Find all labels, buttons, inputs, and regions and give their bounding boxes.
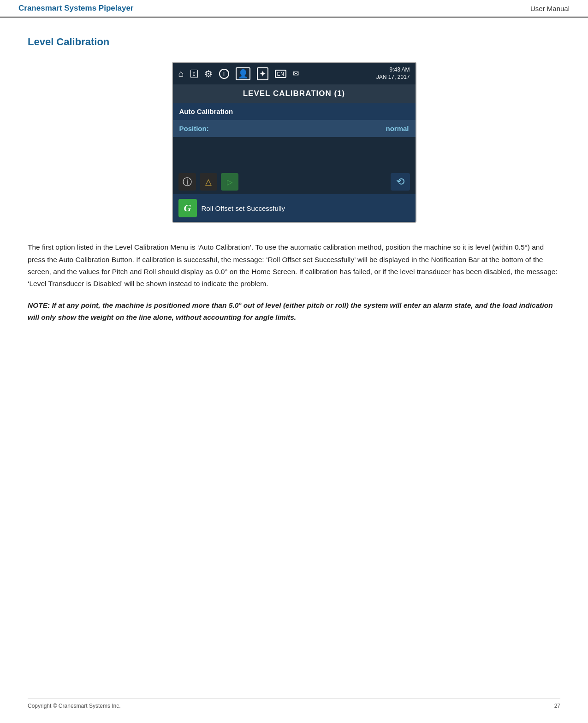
page-content: Level Calibration ⌂ c ⚙ i 👤 ✦ EN ✉ 9:43 … <box>0 18 588 342</box>
signal-icon: ✉ <box>293 69 299 78</box>
footer: Copyright © Cranesmart Systems Inc. 27 <box>28 699 560 709</box>
topbar-icons: ⌂ c ⚙ i 👤 ✦ EN ✉ <box>178 67 370 80</box>
settings-icon: ⚙ <box>204 68 213 79</box>
position-row: Position: normal <box>173 120 416 137</box>
position-label: Position: <box>179 125 209 132</box>
bottom-left-icons: ⓘ △ ▷ <box>178 173 238 191</box>
back-button[interactable]: ⟲ <box>391 173 410 191</box>
language-icon: EN <box>275 70 286 78</box>
notification-bar: G Roll Offset set Successfully <box>173 194 416 222</box>
calibration-icon: c <box>190 70 198 78</box>
flag-button[interactable]: ▷ <box>221 173 238 191</box>
notification-text: Roll Offset set Successfully <box>202 204 285 212</box>
home-icon: ⌂ <box>178 68 184 79</box>
position-value: normal <box>386 125 409 132</box>
footer-left: Copyright © Cranesmart Systems Inc. <box>28 703 121 709</box>
header-right: User Manual <box>530 5 570 12</box>
person-icon: 👤 <box>236 67 250 80</box>
device-titlebar: LEVEL CALIBRATION (1) <box>173 84 416 103</box>
brightness-icon: ✦ <box>257 67 268 80</box>
section-heading: Level Calibration <box>28 36 560 48</box>
device-time: 9:43 AM JAN 17, 2017 <box>376 66 410 81</box>
note-paragraph: NOTE: If at any point, the machine is po… <box>28 299 560 324</box>
footer-page-number: 27 <box>554 703 560 709</box>
device-topbar: ⌂ c ⚙ i 👤 ✦ EN ✉ 9:43 AM JAN 17, 2017 <box>173 63 416 84</box>
header: Cranesmart Systems Pipelayer User Manual <box>0 0 588 18</box>
device-bottombar: ⓘ △ ▷ ⟲ <box>173 169 416 194</box>
auto-calibration-label: Auto Calibration <box>179 108 233 115</box>
header-title: Cranesmart Systems Pipelayer <box>18 4 133 13</box>
info-icon: i <box>219 69 229 79</box>
body-paragraph: The first option listed in the Level Cal… <box>28 241 560 290</box>
notification-icon: G <box>178 199 197 217</box>
info-button[interactable]: ⓘ <box>178 173 196 191</box>
device-screenshot: ⌂ c ⚙ i 👤 ✦ EN ✉ 9:43 AM JAN 17, 2017 LE… <box>172 62 416 223</box>
warning-button[interactable]: △ <box>200 173 217 191</box>
auto-calibration-row[interactable]: Auto Calibration <box>173 103 416 120</box>
empty-area <box>173 137 416 169</box>
